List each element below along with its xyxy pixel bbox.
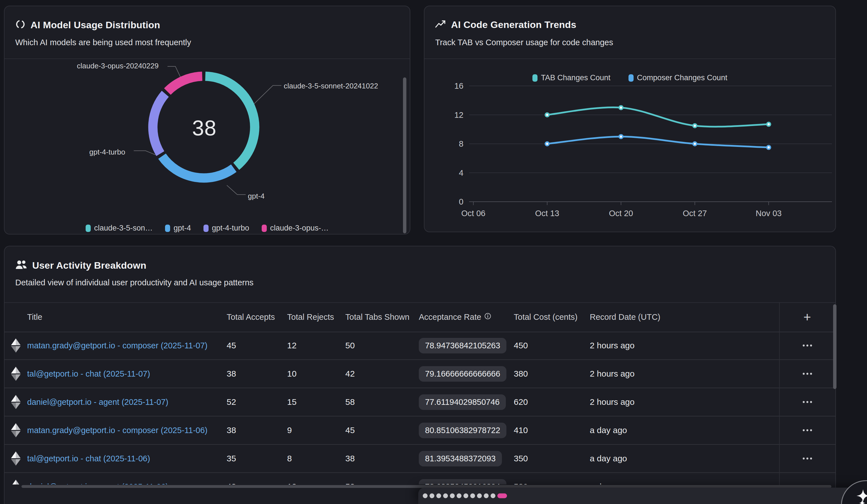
entity-gem-icon xyxy=(4,423,27,438)
legend-label: claude-3-5-son… xyxy=(94,224,153,233)
entity-gem-icon xyxy=(4,366,27,381)
row-title-link[interactable]: matan.grady@getport.io - composer (2025-… xyxy=(27,341,207,350)
svg-text:Oct 06: Oct 06 xyxy=(461,209,485,218)
pagination-dot[interactable] xyxy=(470,494,475,498)
callout-gpt-4: gpt-4 xyxy=(248,192,265,201)
cell-total-accepts: 35 xyxy=(227,454,287,463)
cell-total-accepts: 45 xyxy=(227,341,287,350)
table-row: tal@getport.io - chat (2025-11-07) 38 10… xyxy=(4,360,835,388)
cell-record-date: 2 hours ago xyxy=(590,369,779,378)
callout-claude-3-5-sonnet: claude-3-5-sonnet-20241022 xyxy=(284,82,378,90)
pagination-dot[interactable] xyxy=(491,494,495,498)
svg-text:Oct 13: Oct 13 xyxy=(535,209,559,218)
row-actions-button[interactable] xyxy=(799,426,816,435)
legend-label: claude-3-opus-… xyxy=(270,224,329,233)
legend-swatch xyxy=(203,225,208,232)
donut-chart-icon xyxy=(15,19,25,31)
users-icon xyxy=(15,259,27,271)
cell-record-date: a day ago xyxy=(590,454,779,463)
pagination-dot[interactable] xyxy=(443,494,448,498)
column-header-acceptance-rate[interactable]: Acceptance Rate xyxy=(419,312,514,322)
svg-text:8: 8 xyxy=(459,139,463,148)
cell-record-date: a day ago xyxy=(590,426,779,435)
row-actions-button[interactable] xyxy=(799,341,816,351)
cell-total-accepts: 38 xyxy=(227,369,287,378)
entity-gem-icon xyxy=(4,395,27,409)
row-actions-button[interactable] xyxy=(799,482,816,485)
cell-total-accepts: 38 xyxy=(227,426,287,435)
entity-gem-icon xyxy=(4,480,27,484)
legend-item[interactable]: claude-3-opus-… xyxy=(262,224,329,233)
cell-total-cost: 450 xyxy=(514,341,590,350)
row-title-link[interactable]: daniel@getport.io - agent (2025-11-07) xyxy=(27,397,169,407)
row-actions-button[interactable] xyxy=(799,397,816,407)
cell-total-cost: 410 xyxy=(514,426,590,435)
model-usage-card: AI Model Usage Distribution Which AI mod… xyxy=(4,6,410,235)
callout-gpt-4-turbo: gpt-4-turbo xyxy=(89,148,125,157)
cell-total-rejects: 9 xyxy=(287,426,345,435)
table-vertical-scrollbar[interactable] xyxy=(833,304,836,389)
column-header-title[interactable]: Title xyxy=(27,312,227,322)
ai-assistant-button[interactable] xyxy=(841,480,867,504)
info-icon[interactable] xyxy=(484,312,491,322)
card-title: AI Model Usage Distribution xyxy=(31,20,160,31)
add-column-button[interactable]: + xyxy=(802,310,813,324)
pagination-dot[interactable] xyxy=(484,494,489,498)
row-actions-button[interactable] xyxy=(799,454,816,464)
column-header-total-rejects[interactable]: Total Rejects xyxy=(287,312,345,322)
cell-record-date: 2 hours ago xyxy=(590,397,779,407)
acceptance-rate-pill: 79.16666666666666 xyxy=(419,366,506,382)
pagination-dot[interactable] xyxy=(477,494,482,498)
pagination-dot[interactable] xyxy=(463,494,468,498)
trending-up-icon xyxy=(435,20,446,30)
bottom-pagination-bar xyxy=(418,487,867,504)
sparkles-icon xyxy=(842,481,867,504)
pagination-dot[interactable] xyxy=(450,494,455,498)
svg-text:Nov 03: Nov 03 xyxy=(756,209,782,218)
acceptance-rate-pill: 77.61194029850746 xyxy=(419,394,506,410)
cell-total-rejects: 12 xyxy=(287,341,345,350)
row-title-link[interactable]: matan.grady@getport.io - composer (2025-… xyxy=(27,426,207,435)
legend-item[interactable]: claude-3-5-son… xyxy=(86,224,153,233)
card-title: User Activity Breakdown xyxy=(32,260,146,271)
cell-record-date: 2 hours ago xyxy=(590,341,779,350)
column-header-total-accepts[interactable]: Total Accepts xyxy=(227,312,287,322)
svg-text:12: 12 xyxy=(454,110,463,119)
callout-claude-3-opus: claude-3-opus-20240229 xyxy=(77,62,159,70)
cell-total-tabs-shown: 53 xyxy=(345,482,419,484)
cell-total-rejects: 10 xyxy=(287,369,345,378)
row-title-link[interactable]: tal@getport.io - chat (2025-11-06) xyxy=(27,454,150,463)
legend-swatch xyxy=(86,225,91,232)
cell-total-tabs-shown: 38 xyxy=(345,454,419,463)
card-subtitle: Track TAB vs Composer usage for code cha… xyxy=(435,38,613,47)
cell-total-cost: 580 xyxy=(514,482,590,484)
pagination-dot-active[interactable] xyxy=(497,494,507,498)
card-scrollbar[interactable] xyxy=(403,77,406,233)
column-header-record-date[interactable]: Record Date (UTC) xyxy=(590,312,779,322)
pagination-dot[interactable] xyxy=(430,494,434,498)
column-header-total-cost[interactable]: Total Cost (cents) xyxy=(514,312,590,322)
table-row: daniel@getport.io - agent (2025-11-06) 4… xyxy=(4,473,835,484)
pagination-dots xyxy=(423,494,507,498)
pagination-dot[interactable] xyxy=(423,494,428,498)
card-title: AI Code Generation Trends xyxy=(451,19,576,30)
row-title-link[interactable]: daniel@getport.io - agent (2025-11-06) xyxy=(27,482,169,484)
row-title-link[interactable]: tal@getport.io - chat (2025-11-07) xyxy=(27,369,150,378)
legend-item[interactable]: gpt-4-turbo xyxy=(203,224,249,233)
legend-label: gpt-4 xyxy=(173,224,191,233)
legend-swatch xyxy=(262,225,267,232)
acceptance-rate-pill: 80.85106382978722 xyxy=(419,422,506,438)
table-row: matan.grady@getport.io - composer (2025-… xyxy=(4,416,835,445)
legend-item[interactable]: gpt-4 xyxy=(165,224,191,233)
cell-record-date: a day ago xyxy=(590,482,779,484)
svg-text:4: 4 xyxy=(459,168,463,178)
row-actions-button[interactable] xyxy=(799,369,816,379)
cell-total-accepts: 48 xyxy=(227,482,287,484)
legend-label: gpt-4-turbo xyxy=(212,224,249,233)
legend-swatch xyxy=(165,225,170,232)
pagination-dot[interactable] xyxy=(457,494,461,498)
cell-total-cost: 350 xyxy=(514,454,590,463)
cell-total-tabs-shown: 42 xyxy=(345,369,419,378)
pagination-dot[interactable] xyxy=(436,494,441,498)
column-header-total-tabs-shown[interactable]: Total Tabs Shown xyxy=(345,312,419,322)
